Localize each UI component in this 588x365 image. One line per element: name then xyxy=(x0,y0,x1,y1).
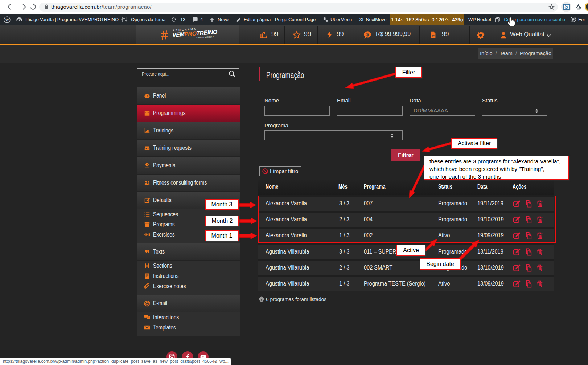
svg-text:$: $ xyxy=(147,163,148,166)
svg-text:$: $ xyxy=(366,32,369,37)
svg-text:W: W xyxy=(5,17,9,22)
